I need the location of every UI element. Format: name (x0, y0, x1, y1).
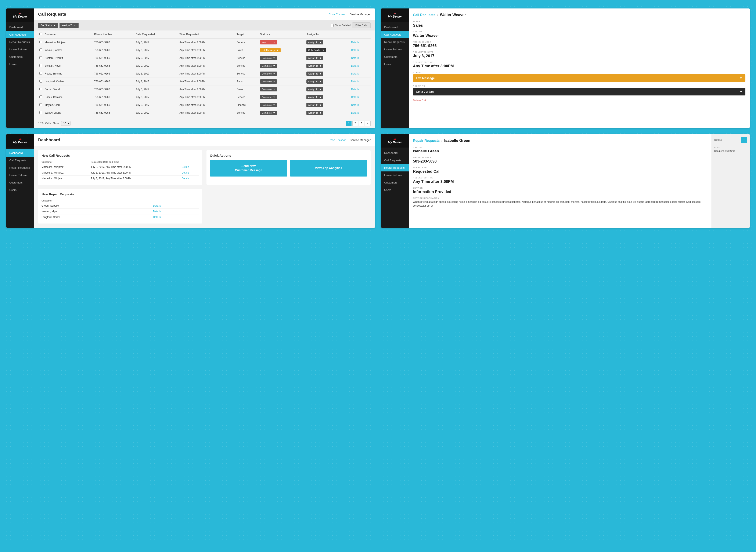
show-deleted-checkbox[interactable] (331, 24, 334, 27)
details-link[interactable]: Details (351, 111, 359, 114)
row-checkbox[interactable] (39, 103, 42, 106)
status-cell[interactable]: Complete ▼ (259, 101, 305, 109)
details-link[interactable]: Details (351, 56, 359, 59)
status-cell[interactable]: Complete ▼ (259, 54, 305, 62)
assign-dropdown[interactable]: Assign To ▼ (306, 87, 324, 92)
status-badge[interactable]: Complete ▼ (260, 103, 277, 107)
assign-to-button[interactable]: Assign To ▼ (59, 23, 79, 28)
assign-dropdown[interactable]: Assign To ▼ (306, 56, 324, 60)
sidebar-item-lease-returns[interactable]: Lease Returns (6, 46, 34, 53)
status-cell[interactable]: Complete ▼ (259, 86, 305, 93)
details-link[interactable]: Details (351, 64, 359, 67)
status-cell[interactable]: Left Message ▼ (259, 46, 305, 54)
details-link[interactable]: Details (351, 104, 359, 107)
page-1-button[interactable]: 1 (346, 121, 352, 126)
details-link[interactable]: Details (351, 96, 359, 99)
sidebar-item-lease-returns[interactable]: Lease Returns (381, 171, 409, 179)
status-badge[interactable]: Complete ▼ (260, 80, 277, 84)
sidebar-item-call-requests[interactable]: Call Requests (381, 31, 409, 38)
assign-dropdown[interactable]: Assign To ▼ (306, 40, 324, 44)
sidebar-item-customers[interactable]: Customers (381, 53, 409, 60)
assign-cell[interactable]: Assign To ▼ (305, 78, 350, 86)
select-all-checkbox[interactable] (39, 33, 42, 35)
status-badge[interactable]: Complete ▼ (260, 111, 277, 115)
assign-dropdown[interactable]: Assign To ▼ (306, 64, 324, 68)
assign-cell[interactable]: Assign To ▼ (305, 62, 350, 70)
status-select[interactable]: Left Message ▼ (413, 74, 745, 82)
filter-calls-button[interactable]: Filter Calls (352, 22, 371, 28)
sidebar-item-users[interactable]: Users (381, 60, 409, 68)
page-4-button[interactable]: 4 (365, 121, 371, 126)
sidebar-item-dashboard[interactable]: Dashboard (6, 23, 34, 31)
sidebar-item-users[interactable]: Users (6, 186, 34, 194)
details-link[interactable]: Details (153, 204, 161, 207)
breadcrumb-link[interactable]: Repair Requests (413, 139, 439, 143)
status-badge[interactable]: New ▼ (260, 40, 277, 44)
status-badge[interactable]: Complete ▼ (260, 64, 277, 68)
header-role[interactable]: Service Manager (350, 138, 371, 142)
page-3-button[interactable]: 3 (359, 121, 364, 126)
row-checkbox[interactable] (39, 41, 42, 43)
assign-dropdown[interactable]: Assign To ▼ (306, 111, 324, 115)
sidebar-item-repair-requests[interactable]: Repair Requests (381, 38, 409, 46)
status-cell[interactable]: Complete ▼ (259, 93, 305, 101)
header-role[interactable]: Service Manager (350, 13, 371, 16)
assign-dropdown[interactable]: Assign To ▼ (306, 95, 324, 99)
row-checkbox[interactable] (39, 56, 42, 59)
set-status-button[interactable]: Set Status ▼ (38, 23, 58, 28)
status-cell[interactable]: New ▼ (259, 38, 305, 46)
sidebar-item-repair-requests[interactable]: Repair Requests (6, 38, 34, 46)
view-analytics-button[interactable]: View App Analytics (290, 160, 367, 176)
assign-cell[interactable]: Assign To ▼ (305, 70, 350, 78)
row-checkbox[interactable] (39, 48, 42, 51)
status-badge[interactable]: Complete ▼ (260, 95, 277, 99)
sidebar-item-customers[interactable]: Customers (6, 179, 34, 186)
row-checkbox[interactable] (39, 80, 42, 83)
assign-cell[interactable]: Celia Jordan ▼ (305, 46, 350, 54)
status-badge[interactable]: Complete ▼ (260, 87, 277, 92)
assign-cell[interactable]: Assign To ▼ (305, 109, 350, 117)
status-cell[interactable]: Complete ▼ (259, 78, 305, 86)
sidebar-item-dashboard[interactable]: Dashboard (381, 149, 409, 157)
status-cell[interactable]: Complete ▼ (259, 70, 305, 78)
assign-cell[interactable]: Assign To ▼ (305, 86, 350, 93)
page-2-button[interactable]: 2 (352, 121, 358, 126)
details-link[interactable]: Details (351, 41, 359, 44)
breadcrumb-link[interactable]: Call Requests (413, 13, 435, 17)
sidebar-item-dashboard[interactable]: Dashboard (381, 23, 409, 31)
show-select[interactable]: 10 25 50 (61, 121, 71, 126)
sidebar-item-dashboard[interactable]: Dashboard (6, 149, 34, 157)
sidebar-item-call-requests[interactable]: Call Requests (6, 157, 34, 164)
assign-dropdown[interactable]: Celia Jordan ▼ (306, 48, 326, 52)
sidebar-item-call-requests[interactable]: Call Requests (6, 31, 34, 38)
details-link[interactable]: Details (153, 216, 161, 219)
assign-cell[interactable]: Assign To ▼ (305, 54, 350, 62)
status-cell[interactable]: Complete ▼ (259, 109, 305, 117)
row-checkbox[interactable] (39, 64, 42, 67)
sidebar-item-users[interactable]: Users (381, 186, 409, 194)
status-badge[interactable]: Left Message ▼ (260, 48, 281, 52)
details-link[interactable]: Details (351, 72, 359, 75)
details-link[interactable]: Details (181, 165, 189, 168)
status-badge[interactable]: Complete ▼ (260, 72, 277, 76)
row-checkbox[interactable] (39, 72, 42, 75)
details-link[interactable]: Details (351, 49, 359, 52)
sidebar-item-lease-returns[interactable]: Lease Returns (381, 46, 409, 53)
sidebar-item-call-requests[interactable]: Call Requests (381, 157, 409, 164)
sidebar-item-lease-returns[interactable]: Lease Returns (6, 171, 34, 179)
assign-dropdown[interactable]: Assign To ▼ (306, 103, 324, 107)
assign-select[interactable]: Celia Jordan ▼ (413, 88, 745, 96)
sidebar-item-repair-requests[interactable]: Repair Requests (6, 164, 34, 171)
new-note-button[interactable]: + (741, 137, 747, 143)
status-badge[interactable]: Complete ▼ (260, 56, 277, 60)
details-link[interactable]: Details (153, 210, 161, 213)
assign-dropdown[interactable]: Assign To ▼ (306, 72, 324, 76)
row-checkbox[interactable] (39, 111, 42, 114)
assign-cell[interactable]: Assign To ▼ (305, 93, 350, 101)
header-user[interactable]: Rose Erickson (329, 13, 347, 16)
sidebar-item-users[interactable]: Users (6, 60, 34, 68)
assign-dropdown[interactable]: Assign To ▼ (306, 80, 324, 84)
sidebar-item-customers[interactable]: Customers (381, 179, 409, 186)
status-cell[interactable]: Complete ▼ (259, 62, 305, 70)
details-link[interactable]: Details (351, 88, 359, 91)
